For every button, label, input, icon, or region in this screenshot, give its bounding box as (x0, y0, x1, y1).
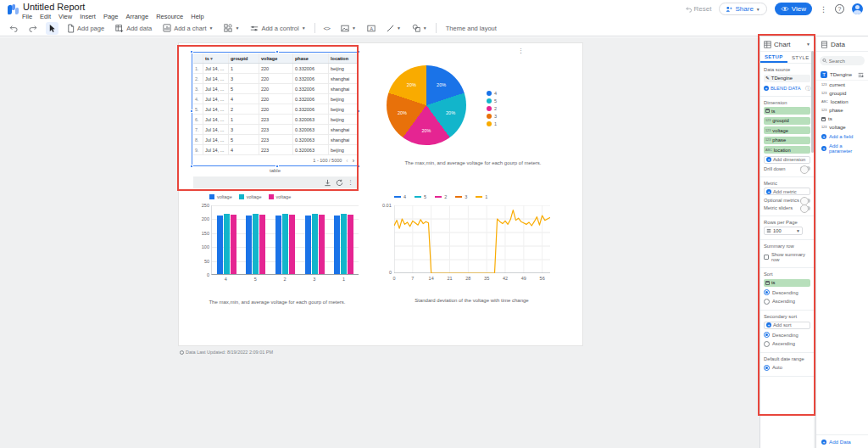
menu-resource[interactable]: Resource (156, 13, 183, 20)
bar[interactable] (231, 215, 236, 274)
legend-item[interactable]: 5 (487, 98, 497, 104)
add-parameter-link[interactable]: + Add a parameter (816, 141, 868, 155)
view-button[interactable]: View (775, 3, 812, 15)
tab-setup[interactable]: SETUP (760, 52, 787, 63)
theme-layout-button[interactable]: Theme and layout (446, 25, 497, 32)
bar[interactable] (305, 216, 311, 274)
menu-edit[interactable]: Edit (40, 13, 51, 20)
menu-view[interactable]: View (58, 13, 72, 20)
next-page-icon[interactable]: › (353, 158, 354, 164)
legend-item[interactable]: voltage (209, 194, 232, 199)
bar[interactable] (259, 215, 265, 274)
dimension-chip-ts[interactable]: ts (764, 107, 810, 115)
radio-descending[interactable] (764, 332, 770, 338)
bar[interactable] (217, 216, 223, 274)
more-icon[interactable]: ⋮ (348, 179, 353, 186)
menu-file[interactable]: File (22, 13, 32, 20)
legend-item[interactable]: 4 (487, 91, 497, 96)
menu-help[interactable]: Help (191, 13, 203, 20)
add-image-button[interactable]: ▼ (338, 22, 359, 35)
sort-field-chip[interactable]: ts (764, 279, 810, 287)
radio-descending[interactable] (764, 289, 770, 295)
data-source-row[interactable]: T TDengine (816, 70, 868, 81)
metric-sliders-toggle[interactable] (800, 206, 810, 210)
bar[interactable] (282, 214, 288, 274)
community-visualizations-button[interactable]: ▼ (221, 22, 242, 35)
table-row[interactable]: 9.Jul 14, ...42230.320063beijing (193, 145, 357, 155)
bar[interactable] (334, 216, 340, 274)
radio-auto[interactable] (764, 365, 770, 371)
column-header-voltage[interactable]: voltage (259, 53, 293, 63)
bar[interactable] (253, 214, 259, 274)
pie-chart[interactable]: 20%20%20%20%20% 45231 The max,min, and a… (377, 55, 569, 181)
search-input[interactable] (829, 59, 862, 64)
add-metric-button[interactable]: + Add metric (764, 188, 810, 195)
more-options-icon[interactable]: ⋮ (820, 5, 827, 14)
add-text-button[interactable]: A (364, 22, 378, 35)
menu-insert[interactable]: Insert (80, 13, 96, 20)
share-button[interactable]: Share ▼ (719, 3, 766, 15)
reset-button[interactable]: Reset (686, 5, 712, 13)
table-row[interactable]: 4.Jul 14, ...42200.332006beijing (193, 94, 357, 104)
report-title[interactable]: Untitled Report (23, 2, 85, 12)
menu-arrange[interactable]: Arrange (125, 13, 148, 20)
looker-studio-logo-icon[interactable] (8, 4, 19, 15)
field-current[interactable]: 123current (816, 81, 868, 89)
chart-menu-icon[interactable]: ⋮ (518, 48, 524, 54)
field-ts[interactable]: ts (816, 115, 868, 123)
field-groupid[interactable]: 123groupid (816, 89, 868, 98)
undo-button[interactable] (7, 22, 20, 35)
legend-item[interactable]: 4 (394, 194, 406, 199)
bar-chart[interactable]: voltagevoltagevoltage 050100150200250 45… (189, 194, 365, 313)
select-tool-button[interactable] (46, 22, 58, 35)
table-row[interactable]: 5.Jul 14, ...22200.332006beijing (193, 104, 357, 115)
bar[interactable] (348, 215, 353, 274)
legend-item[interactable]: 3 (487, 114, 497, 119)
bar[interactable] (319, 215, 325, 274)
drill-down-toggle[interactable] (800, 166, 810, 171)
add-control-button[interactable]: Add a control ▼ (248, 22, 308, 35)
bar[interactable] (312, 214, 318, 274)
radio-ascending[interactable] (764, 299, 770, 305)
add-data-link[interactable]: + Add Data (816, 434, 868, 448)
panel-scrollbar[interactable] (811, 51, 814, 153)
report-canvas[interactable]: ts▼groupidvoltagephaselocation1.Jul 14, … (178, 42, 583, 346)
field-location[interactable]: ABClocation (816, 98, 868, 106)
dimension-chip-groupid[interactable]: 123groupid (764, 117, 810, 125)
table-row[interactable]: 1.Jul 14, ...12200.332006beijing (193, 64, 357, 74)
redo-button[interactable] (26, 22, 40, 35)
dimension-chip-voltage[interactable]: 123voltage (764, 126, 810, 134)
column-header-location[interactable]: location (329, 53, 357, 63)
export-icon[interactable] (324, 179, 331, 187)
legend-item[interactable]: 2 (487, 106, 497, 111)
dimension-chip-location[interactable]: ABClocation (764, 146, 810, 154)
add-sort-button[interactable]: + Add sort (764, 322, 810, 329)
table-row[interactable]: 3.Jul 14, ...52200.332006shanghai (193, 84, 357, 94)
avatar[interactable] (852, 3, 863, 14)
collapse-icon[interactable] (858, 72, 864, 78)
add-line-button[interactable]: ▼ (384, 22, 403, 35)
summary-checkbox[interactable] (764, 255, 769, 260)
blend-data-link[interactable]: + BLEND DATA ⓘ (764, 85, 810, 92)
add-page-button[interactable]: Add page (64, 22, 107, 35)
bar[interactable] (289, 215, 295, 274)
field-voltage[interactable]: 123voltage (816, 123, 868, 132)
legend-item[interactable]: 3 (455, 194, 467, 199)
bar[interactable] (275, 216, 281, 274)
legend-item[interactable]: 2 (435, 194, 447, 199)
legend-item[interactable]: voltage (239, 194, 262, 199)
table-row[interactable]: 7.Jul 14, ...32230.320063shanghai (193, 125, 357, 135)
optional-metrics-toggle[interactable] (800, 199, 810, 203)
column-header-ts[interactable]: ts▼ (203, 53, 229, 63)
add-dimension-button[interactable]: + Add dimension (764, 156, 810, 164)
pie-graphic[interactable]: 20%20%20%20%20% (387, 65, 466, 145)
bar[interactable] (246, 216, 252, 274)
data-source-chip[interactable]: ✎ TDengine (764, 75, 810, 82)
column-header-groupid[interactable]: groupid (229, 53, 259, 63)
add-field-link[interactable]: + Add a field (816, 132, 868, 141)
chevron-down-icon[interactable]: ▼ (806, 42, 810, 47)
field-phase[interactable]: 123phase (816, 106, 868, 115)
bar[interactable] (341, 214, 347, 274)
legend-item[interactable]: 1 (476, 194, 487, 199)
radio-ascending[interactable] (764, 341, 770, 347)
